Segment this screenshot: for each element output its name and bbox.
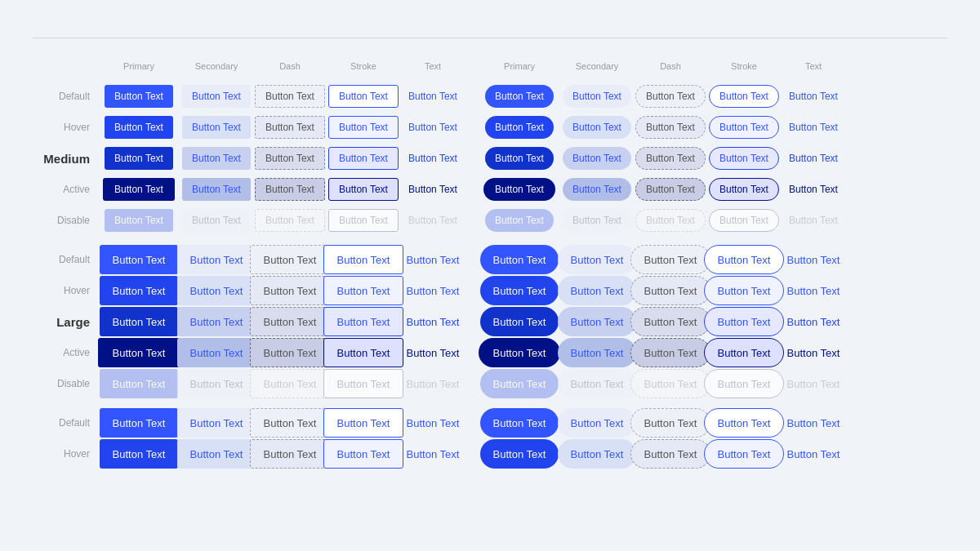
btn-rect-primary-default[interactable]: Button Text	[100, 408, 179, 438]
btn-rect-primary-disable[interactable]: Button Text	[105, 209, 173, 232]
btn-rounded-dash-hover[interactable]: Button Text	[630, 439, 711, 469]
btn-rounded-stroke-hover[interactable]: Button Text	[704, 276, 785, 305]
btn-rect-secondary-default[interactable]: Button Text	[182, 85, 251, 108]
btn-rounded-text-hover[interactable]: Button Text	[779, 116, 848, 139]
btn-rect-text-active[interactable]: Button Text	[394, 338, 473, 367]
btn-rounded-stroke-press[interactable]: Button Text	[709, 147, 779, 170]
btn-rounded-primary-disable[interactable]: Button Text	[480, 369, 559, 398]
btn-rect-dash-disable[interactable]: Button Text	[250, 369, 331, 398]
btn-rect-secondary-active[interactable]: Button Text	[177, 338, 256, 367]
btn-rect-dash-disable[interactable]: Button Text	[255, 209, 325, 232]
btn-rect-primary-hover[interactable]: Button Text	[100, 439, 179, 469]
btn-rounded-primary-hover[interactable]: Button Text	[480, 276, 559, 305]
btn-rect-text-hover[interactable]: Button Text	[394, 439, 473, 469]
btn-rounded-text-active[interactable]: Button Text	[779, 178, 848, 201]
btn-rect-secondary-disable[interactable]: Button Text	[177, 369, 256, 398]
btn-rect-text-active[interactable]: Button Text	[399, 178, 467, 201]
btn-rect-dash-default[interactable]: Button Text	[250, 245, 331, 274]
btn-rounded-primary-hover[interactable]: Button Text	[480, 439, 559, 469]
btn-rounded-text-hover[interactable]: Button Text	[774, 276, 853, 305]
btn-rect-stroke-default[interactable]: Button Text	[323, 408, 404, 438]
btn-rect-secondary-active[interactable]: Button Text	[182, 178, 251, 201]
btn-rounded-secondary-hover[interactable]: Button Text	[558, 439, 637, 469]
btn-rect-text-press[interactable]: Button Text	[394, 307, 473, 336]
btn-rounded-secondary-press[interactable]: Button Text	[558, 307, 637, 336]
btn-rounded-stroke-hover[interactable]: Button Text	[709, 116, 779, 139]
btn-rect-primary-hover[interactable]: Button Text	[100, 276, 179, 305]
btn-rect-dash-hover[interactable]: Button Text	[250, 276, 331, 305]
btn-rounded-primary-active[interactable]: Button Text	[479, 338, 561, 367]
btn-rect-dash-default[interactable]: Button Text	[250, 408, 331, 438]
btn-rect-secondary-press[interactable]: Button Text	[182, 147, 251, 170]
btn-rounded-primary-hover[interactable]: Button Text	[485, 116, 554, 139]
btn-rounded-secondary-disable[interactable]: Button Text	[558, 369, 637, 398]
btn-rect-stroke-press[interactable]: Button Text	[328, 147, 399, 170]
btn-rounded-secondary-hover[interactable]: Button Text	[558, 276, 637, 305]
btn-rect-primary-active[interactable]: Button Text	[103, 178, 175, 201]
btn-rounded-primary-press[interactable]: Button Text	[480, 307, 559, 336]
btn-rect-secondary-disable[interactable]: Button Text	[182, 209, 251, 232]
btn-rect-stroke-default[interactable]: Button Text	[328, 85, 399, 108]
btn-rounded-primary-press[interactable]: Button Text	[485, 147, 554, 170]
btn-rect-stroke-active[interactable]: Button Text	[323, 338, 404, 367]
btn-rect-text-default[interactable]: Button Text	[399, 85, 467, 108]
btn-rounded-dash-default[interactable]: Button Text	[635, 85, 706, 108]
btn-rect-stroke-hover[interactable]: Button Text	[328, 116, 399, 139]
btn-rect-primary-active[interactable]: Button Text	[98, 338, 180, 367]
btn-rect-secondary-default[interactable]: Button Text	[177, 245, 256, 274]
btn-rounded-dash-default[interactable]: Button Text	[630, 245, 711, 274]
btn-rect-dash-press[interactable]: Button Text	[250, 307, 331, 336]
btn-rounded-dash-default[interactable]: Button Text	[630, 408, 711, 438]
btn-rounded-stroke-default[interactable]: Button Text	[704, 245, 785, 274]
btn-rounded-text-press[interactable]: Button Text	[774, 307, 853, 336]
btn-rect-stroke-active[interactable]: Button Text	[328, 178, 399, 201]
btn-rounded-primary-disable[interactable]: Button Text	[485, 209, 554, 232]
btn-rounded-text-disable[interactable]: Button Text	[774, 369, 853, 398]
btn-rect-primary-hover[interactable]: Button Text	[105, 116, 173, 139]
btn-rounded-dash-press[interactable]: Button Text	[630, 307, 711, 336]
btn-rect-dash-active[interactable]: Button Text	[250, 338, 331, 367]
btn-rounded-stroke-active[interactable]: Button Text	[709, 178, 779, 201]
btn-rect-dash-hover[interactable]: Button Text	[255, 116, 325, 139]
btn-rounded-dash-press[interactable]: Button Text	[635, 147, 706, 170]
btn-rounded-text-default[interactable]: Button Text	[774, 245, 853, 274]
btn-rect-text-press[interactable]: Button Text	[399, 147, 467, 170]
btn-rect-secondary-press[interactable]: Button Text	[177, 307, 256, 336]
btn-rounded-text-disable[interactable]: Button Text	[779, 209, 848, 232]
btn-rounded-dash-active[interactable]: Button Text	[630, 338, 711, 367]
btn-rect-text-default[interactable]: Button Text	[394, 408, 473, 438]
btn-rounded-secondary-default[interactable]: Button Text	[558, 408, 637, 438]
btn-rounded-stroke-default[interactable]: Button Text	[709, 85, 779, 108]
btn-rounded-text-active[interactable]: Button Text	[774, 338, 853, 367]
btn-rounded-stroke-press[interactable]: Button Text	[704, 307, 785, 336]
btn-rounded-secondary-active[interactable]: Button Text	[558, 338, 637, 367]
btn-rounded-dash-disable[interactable]: Button Text	[630, 369, 711, 398]
btn-rect-primary-press[interactable]: Button Text	[100, 307, 179, 336]
btn-rounded-text-press[interactable]: Button Text	[779, 147, 848, 170]
btn-rect-secondary-hover[interactable]: Button Text	[182, 116, 251, 139]
btn-rect-text-default[interactable]: Button Text	[394, 245, 473, 274]
btn-rounded-text-default[interactable]: Button Text	[779, 85, 848, 108]
btn-rounded-secondary-press[interactable]: Button Text	[563, 147, 631, 170]
btn-rect-primary-press[interactable]: Button Text	[105, 147, 173, 170]
btn-rect-stroke-hover[interactable]: Button Text	[323, 276, 404, 305]
btn-rounded-primary-active[interactable]: Button Text	[483, 178, 555, 201]
btn-rect-primary-disable[interactable]: Button Text	[100, 369, 179, 398]
btn-rounded-secondary-disable[interactable]: Button Text	[563, 209, 631, 232]
btn-rounded-stroke-disable[interactable]: Button Text	[704, 369, 785, 398]
btn-rounded-secondary-default[interactable]: Button Text	[563, 85, 631, 108]
btn-rounded-dash-hover[interactable]: Button Text	[635, 116, 706, 139]
btn-rounded-secondary-hover[interactable]: Button Text	[563, 116, 631, 139]
btn-rounded-text-default[interactable]: Button Text	[774, 408, 853, 438]
btn-rect-stroke-press[interactable]: Button Text	[323, 307, 404, 336]
btn-rounded-text-hover[interactable]: Button Text	[774, 439, 853, 469]
btn-rect-primary-default[interactable]: Button Text	[100, 245, 179, 274]
btn-rounded-dash-hover[interactable]: Button Text	[630, 276, 711, 305]
btn-rect-text-disable[interactable]: Button Text	[394, 369, 473, 398]
btn-rect-text-disable[interactable]: Button Text	[399, 209, 467, 232]
btn-rounded-primary-default[interactable]: Button Text	[480, 245, 559, 274]
btn-rect-stroke-hover[interactable]: Button Text	[323, 439, 404, 469]
btn-rect-secondary-hover[interactable]: Button Text	[177, 439, 256, 469]
btn-rect-dash-hover[interactable]: Button Text	[250, 439, 331, 469]
btn-rect-primary-default[interactable]: Button Text	[105, 85, 173, 108]
